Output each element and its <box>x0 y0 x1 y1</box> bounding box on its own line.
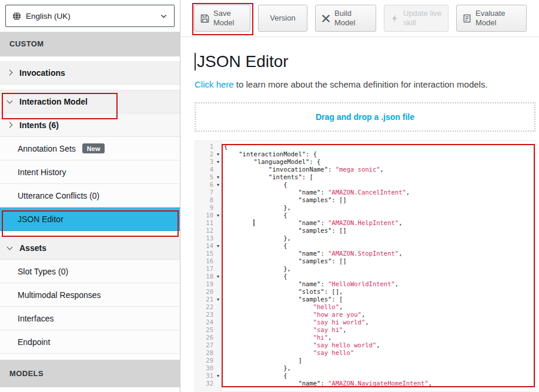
sidebar-nav: Invocations Interaction Model Intents (6… <box>0 61 180 354</box>
gutter-line[interactable]: 28 <box>195 349 222 357</box>
fold-arrow-icon[interactable]: ▾ <box>215 296 222 303</box>
gutter-line[interactable]: 10▾ <box>195 212 222 219</box>
code-line[interactable]: "name": "AMAZON.CancelIntent", <box>224 189 535 196</box>
learn-more-link[interactable]: Click here <box>195 79 234 89</box>
code-line[interactable]: "say hi", <box>224 326 535 334</box>
code-line[interactable]: }, <box>224 204 535 212</box>
fold-arrow-icon[interactable]: ▾ <box>215 150 222 158</box>
code-line[interactable]: "name": "AMAZON.NavigateHomeIntent", <box>224 380 535 387</box>
code-line[interactable]: { <box>224 143 535 150</box>
sidebar-item-assets[interactable]: Assets <box>0 236 180 260</box>
gutter-line[interactable]: 4 <box>195 166 222 173</box>
evaluate-model-button[interactable]: Evaluate Model <box>456 5 527 32</box>
code-line[interactable]: "hello", <box>224 303 535 311</box>
fold-arrow-icon[interactable]: ▾ <box>215 212 222 219</box>
sidebar-item-intents[interactable]: Intents (6) <box>0 113 180 137</box>
gutter-line[interactable]: 12 <box>195 227 222 234</box>
gutter-line[interactable]: 15 <box>195 250 222 257</box>
gutter-line[interactable]: 19 <box>195 280 222 288</box>
sidebar-item-interfaces[interactable]: Interfaces <box>0 307 180 330</box>
json-dropzone[interactable]: Drag and drop a .json file <box>195 102 535 132</box>
save-model-label: Save Model <box>213 9 244 28</box>
code-line[interactable]: "say hello" <box>224 349 535 357</box>
code-line[interactable]: "say hello world", <box>224 341 535 349</box>
code-line[interactable]: "name": "AMAZON.HelpIntent", <box>224 219 535 227</box>
gutter-line[interactable]: 11 <box>195 219 222 227</box>
update-live-skill-button[interactable]: Update live skill <box>384 5 448 32</box>
code-line[interactable]: { <box>224 181 535 189</box>
editor-caret <box>253 219 255 226</box>
gutter-line[interactable]: 2▾ <box>195 150 222 158</box>
version-button[interactable]: Version <box>258 5 307 32</box>
code-line[interactable]: "samples": [ <box>224 296 535 303</box>
gutter-line[interactable]: 21▾ <box>195 296 222 303</box>
fold-arrow-icon[interactable]: ▾ <box>215 242 222 250</box>
gutter-line[interactable]: 24 <box>195 319 222 326</box>
sidebar-item-label: Annotation Sets <box>18 144 76 153</box>
gutter-line[interactable]: 7 <box>195 189 222 196</box>
gutter-line[interactable]: 9 <box>195 204 222 212</box>
code-line[interactable]: "intents": [ <box>224 173 535 181</box>
gutter-line[interactable]: 31▾ <box>195 372 222 380</box>
json-code-editor[interactable]: 12▾3▾45▾6▾78910▾11121314▾15161718▾192021… <box>195 140 535 391</box>
save-model-button[interactable]: Save Model <box>194 5 250 32</box>
code-line[interactable]: "say hi world", <box>224 319 535 326</box>
gutter-line[interactable]: 27 <box>195 341 222 349</box>
sidebar-item-slot-types[interactable]: Slot Types (0) <box>0 260 180 283</box>
build-model-button[interactable]: Build Model <box>315 5 376 32</box>
code-line[interactable]: "how are you", <box>224 311 535 319</box>
code-line[interactable]: "name": "HelloWorldIntent", <box>224 280 535 288</box>
gutter-line[interactable]: 29 <box>195 357 222 364</box>
gutter-line[interactable]: 30 <box>195 364 222 372</box>
sidebar-item-invocations[interactable]: Invocations <box>0 61 180 85</box>
sidebar-item-multimodal-responses[interactable]: Multimodal Responses <box>0 283 180 307</box>
sidebar-item-intent-history[interactable]: Intent History <box>0 160 180 184</box>
sidebar-item-interaction-model[interactable]: Interaction Model <box>0 90 180 113</box>
gutter-line[interactable]: 8 <box>195 196 222 204</box>
code-line[interactable]: "slots": [], <box>224 288 535 296</box>
fold-arrow-icon[interactable]: ▾ <box>215 158 222 166</box>
code-line[interactable]: "hi", <box>224 334 535 341</box>
sidebar-item-annotation-sets[interactable]: Annotation Sets New <box>0 137 180 160</box>
gutter-line[interactable]: 18▾ <box>195 273 222 280</box>
gutter-line[interactable]: 13 <box>195 234 222 242</box>
sidebar-item-json-editor[interactable]: JSON Editor <box>0 207 180 231</box>
gutter-line[interactable]: 22 <box>195 303 222 311</box>
code-line[interactable]: { <box>224 212 535 219</box>
code-line[interactable]: { <box>224 372 535 380</box>
code-line[interactable]: "languageModel": { <box>224 158 535 166</box>
code-line[interactable]: { <box>224 242 535 250</box>
code-line[interactable]: "samples": [] <box>224 257 535 265</box>
code-line[interactable]: }, <box>224 265 535 273</box>
code-line[interactable]: "invocationName": "mega sonic", <box>224 166 535 173</box>
gutter-line[interactable]: 17 <box>195 265 222 273</box>
gutter-line[interactable]: 32 <box>195 380 222 387</box>
gutter-line[interactable]: 23 <box>195 311 222 319</box>
code-line[interactable]: ] <box>224 357 535 364</box>
fold-arrow-icon[interactable]: ▾ <box>215 273 222 280</box>
code-line[interactable]: "samples": [] <box>224 196 535 204</box>
sidebar-item-utterance-conflicts[interactable]: Utterance Conflicts (0) <box>0 184 180 207</box>
code-line[interactable]: }, <box>224 364 535 372</box>
sidebar-item-label: Slot Types (0) <box>18 267 68 276</box>
gutter-line[interactable]: 3▾ <box>195 158 222 166</box>
gutter-line[interactable]: 14▾ <box>195 242 222 250</box>
fold-arrow-icon[interactable]: ▾ <box>215 372 222 380</box>
gutter-line[interactable]: 26 <box>195 334 222 341</box>
gutter-line[interactable]: 25 <box>195 326 222 334</box>
gutter-line[interactable]: 20 <box>195 288 222 296</box>
code-line[interactable]: "samples": [] <box>224 227 535 234</box>
gutter-line[interactable]: 6▾ <box>195 181 222 189</box>
fold-arrow-icon[interactable]: ▾ <box>215 173 222 181</box>
sidebar-item-endpoint[interactable]: Endpoint <box>0 330 180 354</box>
code-line[interactable]: "interactionModel": { <box>224 150 535 158</box>
fold-arrow-icon[interactable]: ▾ <box>215 181 222 189</box>
code-line[interactable]: { <box>224 273 535 280</box>
code-line[interactable]: "name": "AMAZON.StopIntent", <box>224 250 535 257</box>
gutter-line[interactable]: 5▾ <box>195 173 222 181</box>
code-line[interactable]: }, <box>224 234 535 242</box>
gutter-line[interactable]: 16 <box>195 257 222 265</box>
language-selector[interactable]: English (UK) <box>5 5 175 27</box>
sidebar-item-label: Endpoint <box>18 337 50 347</box>
gutter-line[interactable]: 1 <box>195 143 222 150</box>
